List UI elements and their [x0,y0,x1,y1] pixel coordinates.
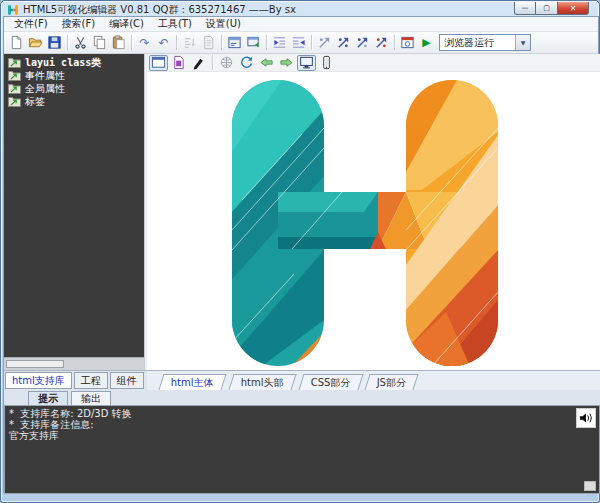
console-line: * 支持库备注信息: [9,419,595,430]
save-icon [47,35,62,50]
tree-item-label: 事件属性 [25,69,65,83]
step-into-icon [336,35,351,50]
sidebar-tab-strip: html支持库 工程 组件 [4,370,147,390]
app-icon [7,4,19,16]
chevron-down-icon[interactable]: ▼ [515,35,530,50]
minimize-button[interactable]: — [514,2,536,15]
refresh-button[interactable] [237,55,256,71]
step-into-button[interactable] [334,34,353,52]
tree-item-label: 全局属性 [25,82,65,96]
folder-arrow-icon [8,57,21,68]
step-out-button[interactable] [353,34,372,52]
forward-arrow-icon [279,55,294,70]
mobile-preview-button[interactable] [317,55,336,71]
format-doc-button-disabled [199,34,218,52]
outdent-button[interactable] [289,34,308,52]
hints-console[interactable]: * 支持库名称: 2D/3D 转换 * 支持库备注信息: 官方支持库 [4,405,600,494]
select-tool-button[interactable] [189,55,208,71]
scrollbar-corner[interactable] [584,481,596,491]
preview-window2-button[interactable] [244,34,263,52]
design-window-icon [151,55,166,70]
back-button[interactable] [257,55,276,71]
globe-icon [219,55,234,70]
close-button[interactable]: ✕ [558,2,589,15]
toolbar-separator [394,35,395,50]
pen-icon [191,55,206,70]
tree-item-global-attrs[interactable]: 全局属性 [4,82,144,95]
tree-item-label: layui class类 [25,56,101,70]
design-view-button[interactable] [149,55,168,71]
copy-icon [92,35,107,50]
toolbar-separator [131,35,132,50]
menu-bar: 文件(F) 搜索(F) 编译(C) 工具(T) 设置(U) [4,17,598,32]
design-area [147,54,600,370]
tab-project[interactable]: 工程 [74,372,108,389]
tree-item-label: 标签 [25,95,45,109]
browser-window-icon [400,35,415,50]
tab-js-part[interactable]: JS部分 [365,374,419,390]
step-over-icon [317,35,332,50]
tab-label: CSS部分 [310,376,350,390]
tab-html-body[interactable]: html主体 [158,374,226,390]
folder-arrow-icon [8,83,21,94]
tree-item-event-attrs[interactable]: 事件属性 [4,69,144,82]
tab-html-head[interactable]: html头部 [228,374,296,390]
run-target-combobox[interactable]: 浏览器运行 ▼ [439,34,531,51]
speaker-icon [578,411,594,425]
toolbar-separator [266,35,267,50]
main-toolbar: ↷ ↶ [4,32,598,54]
run-button[interactable]: ▶ [417,34,436,52]
desktop-preview-button[interactable] [297,55,316,71]
copy-button[interactable] [90,34,109,52]
tree-item-layui-class[interactable]: layui class类 [4,56,144,69]
scrollbar-thumb[interactable] [6,360,64,368]
menu-settings[interactable]: 设置(U) [199,17,248,31]
menu-tools[interactable]: 工具(T) [151,17,199,31]
toolbar-separator [212,55,213,70]
preview-window-button[interactable] [225,34,244,52]
tree-item-tags[interactable]: 标签 [4,95,144,108]
paste-button[interactable] [109,34,128,52]
tab-html-support-lib[interactable]: html支持库 [5,372,72,389]
monitor-icon [299,55,314,70]
menu-file[interactable]: 文件(F) [7,17,55,31]
maximize-button[interactable]: ▢ [536,2,558,15]
window-code-icon [227,35,242,50]
tab-hints[interactable]: 提示 [28,391,68,405]
folder-arrow-icon [8,96,21,107]
indent-button[interactable] [270,34,289,52]
menu-search[interactable]: 搜索(F) [55,17,103,31]
source-view-button[interactable] [169,55,188,71]
open-file-button[interactable] [26,34,45,52]
home-page-button [217,55,236,71]
new-file-button[interactable] [7,34,26,52]
tab-output[interactable]: 输出 [71,391,111,405]
sound-button[interactable] [576,408,596,428]
browser-window-button[interactable] [398,34,417,52]
tab-css-part[interactable]: CSS部分 [298,374,363,390]
cut-button[interactable] [71,34,90,52]
redo-button[interactable]: ↷ [135,34,154,52]
sidebar-horizontal-scrollbar[interactable] [4,357,144,370]
menu-compile[interactable]: 编译(C) [102,17,151,31]
window-frame: HTML5可视化编辑器 V0.81 QQ群：635271467 ——By sx … [0,0,600,503]
tab-label: 工程 [81,374,101,388]
run-target-value: 浏览器运行 [440,36,515,50]
forward-button[interactable] [277,55,296,71]
design-toolbar [147,54,600,72]
undo-button[interactable]: ↶ [154,34,173,52]
indent-icon [272,35,287,50]
stop-debug-button[interactable] [372,34,391,52]
design-canvas[interactable] [147,72,600,369]
save-button[interactable] [45,34,64,52]
folder-arrow-icon [8,70,21,81]
window-title: HTML5可视化编辑器 V0.81 QQ群：635271467 ——By sx [23,3,296,17]
window-refresh-icon [246,35,261,50]
title-bar[interactable]: HTML5可视化编辑器 V0.81 QQ群：635271467 ——By sx [7,3,296,16]
back-arrow-icon [259,55,274,70]
toolbar-separator [67,35,68,50]
step-over-button[interactable] [315,34,334,52]
tab-components[interactable]: 组件 [110,372,144,389]
cut-icon [73,35,88,50]
document-icon [201,35,216,50]
